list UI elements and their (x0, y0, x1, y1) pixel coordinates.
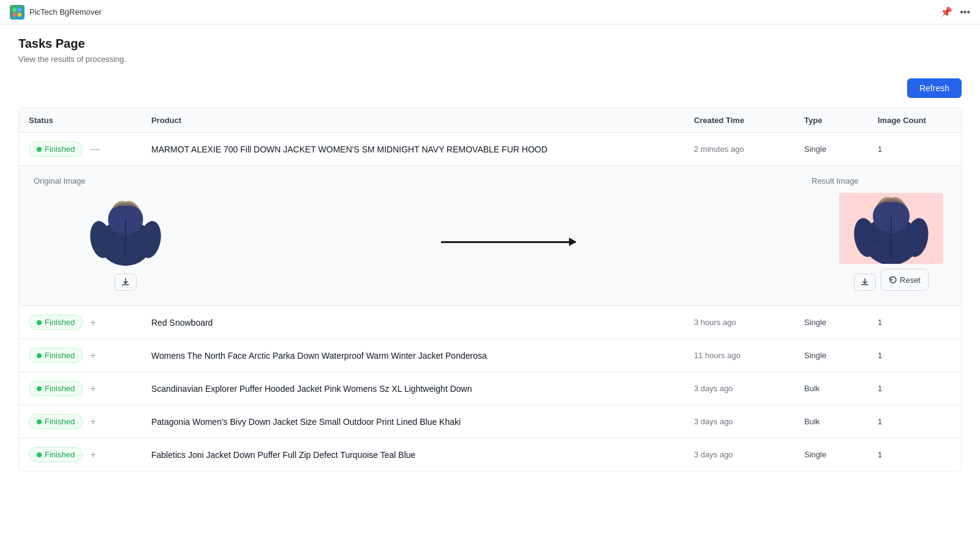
expand-icon-2[interactable]: + (90, 317, 96, 328)
app-title-row: PicTech BgRemover (10, 5, 102, 20)
result-jacket-svg (848, 193, 934, 264)
status-dot-4 (37, 386, 42, 391)
svg-rect-3 (18, 13, 21, 17)
result-download-button[interactable] (854, 274, 876, 291)
time-2: 3 hours ago (694, 318, 804, 327)
type-2: Single (804, 318, 878, 327)
more-icon[interactable]: ••• (960, 7, 970, 18)
reset-label: Reset (900, 276, 921, 285)
row-main-3[interactable]: Finished + Womens The North Face Arctic … (19, 339, 961, 372)
original-image-label: Original Image (34, 176, 86, 186)
status-col-5: Finished + (29, 414, 151, 429)
status-badge-5: Finished (29, 414, 83, 429)
time-3: 11 hours ago (694, 351, 804, 360)
time-5: 3 days ago (694, 417, 804, 426)
app-name-label: PicTech BgRemover (29, 7, 102, 17)
expand-icon-5[interactable]: + (90, 416, 96, 427)
status-col-2: Finished + (29, 315, 151, 330)
original-image-box (70, 193, 181, 291)
status-badge-3: Finished (29, 348, 83, 363)
count-1: 1 (878, 144, 951, 154)
status-badge-4: Finished (29, 381, 83, 396)
header-icons: 📌 ••• (940, 6, 970, 18)
status-label-1: Finished (45, 144, 75, 154)
table-row: Finished + Fabletics Joni Jacket Down Pu… (19, 438, 961, 471)
table-row: Finished + Womens The North Face Arctic … (19, 339, 961, 372)
col-header-product: Product (151, 116, 694, 125)
type-1: Single (804, 144, 878, 154)
svg-rect-0 (13, 8, 17, 12)
row-main-6[interactable]: Finished + Fabletics Joni Jacket Down Pu… (19, 438, 961, 471)
toolbar: Refresh (18, 78, 962, 98)
page-title: Tasks Page (18, 37, 962, 51)
count-6: 1 (878, 450, 951, 459)
expand-icon-4[interactable]: + (90, 383, 96, 394)
type-3: Single (804, 351, 878, 360)
result-image-box: Reset (836, 193, 946, 291)
result-image-inner (839, 193, 943, 264)
row-expanded-1: Original Image Result Image (19, 165, 961, 305)
svg-rect-1 (18, 8, 21, 12)
page-subtitle: View the results of processing. (18, 54, 962, 64)
expand-icon-3[interactable]: + (90, 350, 96, 361)
result-image-label: Result Image (812, 176, 859, 186)
col-header-status: Status (29, 116, 151, 125)
count-2: 1 (878, 318, 951, 327)
count-4: 1 (878, 384, 951, 393)
table-row: Finished — MARMOT ALEXIE 700 Fill DOWN J… (19, 133, 961, 306)
original-jacket-svg (83, 193, 168, 269)
count-5: 1 (878, 417, 951, 426)
status-badge-6: Finished (29, 447, 83, 462)
arrow-container (181, 241, 836, 243)
reset-button[interactable]: Reset (881, 269, 929, 291)
table-row: Finished + Scandinavian Explorer Puffer … (19, 372, 961, 405)
product-name-2: Red Snowboard (151, 318, 694, 328)
page-container: Tasks Page View the results of processin… (0, 24, 980, 551)
type-6: Single (804, 450, 878, 459)
product-name-1: MARMOT ALEXIE 700 Fill DOWN JACKET WOMEN… (151, 144, 694, 154)
type-5: Bulk (804, 417, 878, 426)
process-arrow (441, 241, 576, 243)
status-label-5: Finished (45, 417, 75, 426)
original-download-button[interactable] (115, 274, 137, 291)
app-logo (10, 5, 24, 20)
pin-icon[interactable]: 📌 (940, 6, 952, 18)
time-1: 2 minutes ago (694, 144, 804, 154)
product-name-3: Womens The North Face Arctic Parka Down … (151, 351, 694, 361)
expand-icon-6[interactable]: + (90, 449, 96, 460)
table-header: Status Product Created Time Type Image C… (19, 108, 961, 133)
result-actions: Reset (854, 269, 929, 291)
type-4: Bulk (804, 384, 878, 393)
status-dot-6 (37, 452, 42, 457)
status-col-3: Finished + (29, 348, 151, 363)
status-label-2: Finished (45, 318, 75, 327)
refresh-button[interactable]: Refresh (907, 78, 962, 98)
table-row: Finished + Red Snowboard 3 hours ago Sin… (19, 306, 961, 339)
status-label-3: Finished (45, 351, 75, 360)
collapse-icon-1[interactable]: — (90, 144, 100, 155)
row-main-2[interactable]: Finished + Red Snowboard 3 hours ago Sin… (19, 306, 961, 339)
status-label-4: Finished (45, 384, 75, 393)
status-badge-1: Finished (29, 141, 83, 157)
count-3: 1 (878, 351, 951, 360)
app-header: PicTech BgRemover 📌 ••• (0, 0, 980, 24)
tasks-table: Status Product Created Time Type Image C… (18, 108, 962, 471)
status-dot-2 (37, 320, 42, 325)
product-name-5: Patagonia Women's Bivy Down Jacket Size … (151, 417, 694, 427)
row-main-4[interactable]: Finished + Scandinavian Explorer Puffer … (19, 372, 961, 405)
status-dot-3 (37, 353, 42, 358)
row-main-1[interactable]: Finished — MARMOT ALEXIE 700 Fill DOWN J… (19, 133, 961, 165)
status-col-6: Finished + (29, 447, 151, 462)
product-name-4: Scandinavian Explorer Puffer Hooded Jack… (151, 384, 694, 394)
status-col-4: Finished + (29, 381, 151, 396)
status-badge-2: Finished (29, 315, 83, 330)
status-dot-5 (37, 419, 42, 424)
product-name-6: Fabletics Joni Jacket Down Puffer Full Z… (151, 450, 694, 460)
image-comparison: Reset (34, 193, 946, 291)
col-header-created-time: Created Time (694, 116, 804, 125)
status-col-1: Finished — (29, 141, 151, 157)
row-main-5[interactable]: Finished + Patagonia Women's Bivy Down J… (19, 405, 961, 438)
time-4: 3 days ago (694, 384, 804, 393)
status-dot-1 (37, 147, 42, 152)
time-6: 3 days ago (694, 450, 804, 459)
